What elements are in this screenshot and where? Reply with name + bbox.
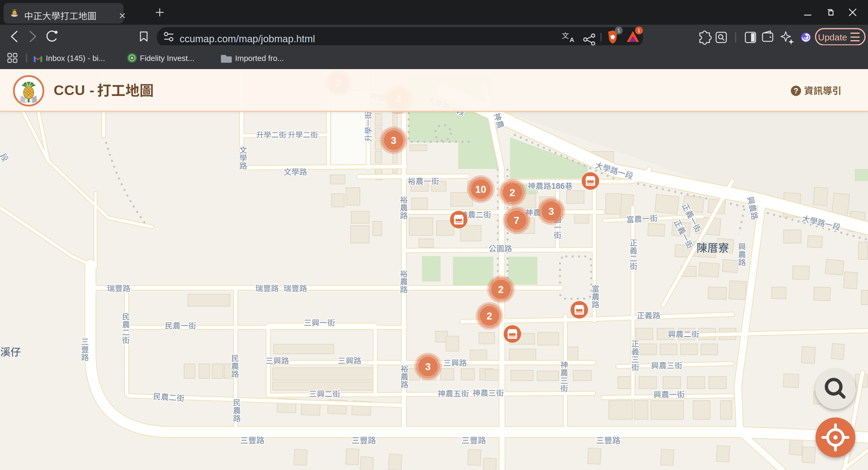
svg-text:10: 10 [475,184,487,195]
svg-text:3: 3 [425,361,431,372]
svg-text:Inbox (145) - bi...: Inbox (145) - bi... [46,54,105,63]
svg-text:2: 2 [510,187,515,198]
svg-text:3: 3 [391,135,396,146]
svg-text:3: 3 [549,206,554,217]
svg-text:1: 1 [638,28,640,33]
svg-text:2: 2 [487,311,492,322]
svg-text:186: 186 [551,182,565,190]
svg-text:2: 2 [498,284,504,295]
svg-text:ccumap.com/map/jobmap.html: ccumap.com/map/jobmap.html [180,33,315,45]
svg-text:?: ? [794,86,798,95]
svg-text:Fidelity Invest...: Fidelity Invest... [140,54,194,63]
svg-text:A: A [569,36,574,43]
svg-text:7: 7 [514,215,519,226]
svg-text:Update: Update [818,32,847,42]
svg-text:Imported fro...: Imported fro... [235,54,284,63]
svg-text:1: 1 [617,28,620,33]
